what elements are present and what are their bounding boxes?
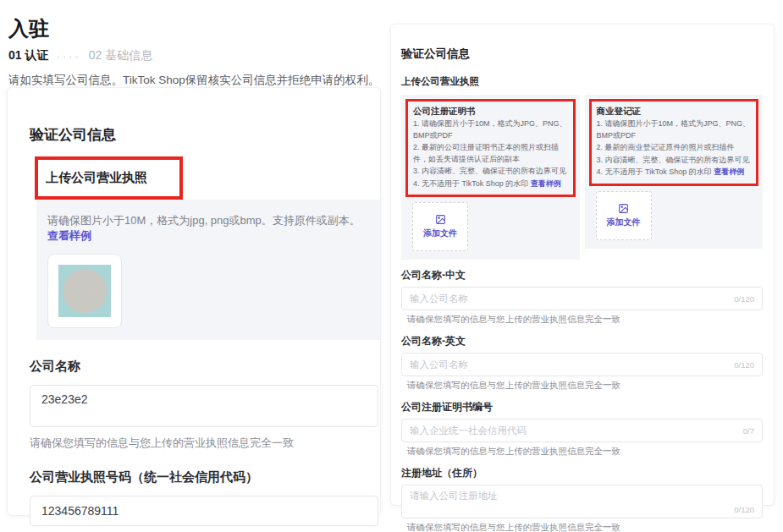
license-image — [58, 265, 111, 317]
company-name-en-input[interactable] — [410, 359, 729, 370]
field-registered-address: 注册地址（住所） 0/120 请确保您填写的信息与您上传的营业执照信息完全一致 — [401, 466, 763, 532]
right-panel: 验证公司信息 上传公司营业执照 公司注册证明书 1. 请确保图片小于10M，格式… — [390, 24, 775, 506]
add-file-label: 添加文件 — [607, 217, 641, 228]
company-name-input[interactable] — [30, 385, 378, 427]
company-name-cn-inputbox: 0/120 — [401, 287, 763, 310]
view-sample-link[interactable]: 查看样例 — [47, 229, 91, 242]
image-icon — [618, 203, 629, 214]
view-sample-link[interactable]: 查看样例 — [531, 179, 561, 188]
field-helper: 请确保您填写的信息与您上传的营业执照信息完全一致 — [407, 380, 763, 392]
cert-number-input[interactable] — [410, 425, 738, 436]
field-label: 公司名称-中文 — [401, 268, 763, 282]
field-company-name-cn: 公司名称-中文 0/120 请确保您填写的信息与您上传的营业执照信息完全一致 — [401, 268, 763, 326]
red-highlight-box: 公司注册证明书 1. 请确保图片小于10M，格式为JPG、PNG、BMP或PDF… — [405, 99, 576, 197]
certificate-columns: 公司注册证明书 1. 请确保图片小于10M，格式为JPG、PNG、BMP或PDF… — [401, 95, 763, 260]
add-file-button-registration[interactable]: 添加文件 — [412, 202, 468, 251]
license-thumbnail[interactable] — [47, 254, 122, 328]
upload-hint: 请确保图片小于10M，格式为jpg, png或bmp。支持原件或副本。 查看样例 — [47, 213, 368, 244]
image-icon — [435, 214, 446, 225]
field-label: 注册地址（住所） — [401, 466, 763, 480]
step-dots: ···· — [56, 50, 80, 63]
field-label: 公司注册证明书编号 — [401, 400, 763, 414]
step-2-basic-info: 02 基础信息 — [89, 48, 152, 63]
company-name-helper: 请确保您填写的信息与您上传的营业执照信息完全一致 — [30, 436, 380, 451]
char-counter: 0/120 — [734, 294, 754, 304]
red-highlight-box: 商业登记证 1. 请确保图片小于10M，格式为JPG、PNG、BMP或PDF 2… — [589, 99, 759, 186]
page-description: 请如实填写公司信息。TikTok Shop保留核实公司信息并拒绝申请的权利。 — [8, 73, 381, 88]
upload-license-label: 上传公司营业执照 — [46, 170, 147, 184]
field-label: 公司名称-英文 — [401, 334, 763, 348]
right-upload-label: 上传公司营业执照 — [401, 75, 763, 88]
page-header: 入驻 01 认证 ···· 02 基础信息 请如实填写公司信息。TikTok S… — [8, 15, 381, 88]
company-name-label: 公司名称 — [30, 359, 380, 375]
left-section-title: 验证公司信息 — [30, 125, 380, 145]
view-sample-link[interactable]: 查看样例 — [714, 167, 744, 176]
cert-title: 公司注册证明书 — [413, 106, 568, 118]
char-counter: 0/120 — [734, 360, 754, 370]
field-helper: 请确保您填写的信息与您上传的营业执照信息完全一致 — [407, 522, 763, 532]
red-highlight-box: 上传公司营业执照 — [35, 156, 183, 200]
step-1-certification: 01 认证 — [8, 48, 48, 63]
upload-section: 请确保图片小于10M，格式为jpg, png或bmp。支持原件或副本。 查看样例 — [36, 200, 380, 340]
right-section-title: 验证公司信息 — [401, 47, 763, 62]
field-helper: 请确保您填写的信息与您上传的营业执照信息完全一致 — [407, 446, 763, 458]
field-cert-number: 公司注册证明书编号 0/7 请确保您填写的信息与您上传的营业执照信息完全一致 — [401, 400, 763, 458]
field-company-name-en: 公司名称-英文 0/120 请确保您填写的信息与您上传的营业执照信息完全一致 — [401, 334, 763, 392]
cert-column-business: 商业登记证 1. 请确保图片小于10M，格式为JPG、PNG、BMP或PDF 2… — [585, 95, 764, 249]
add-file-label: 添加文件 — [423, 228, 457, 239]
add-file-button-business[interactable]: 添加文件 — [596, 191, 652, 240]
cert-number-inputbox: 0/7 — [401, 419, 763, 442]
license-number-input[interactable] — [30, 496, 378, 526]
step-indicator: 01 认证 ···· 02 基础信息 — [8, 48, 381, 63]
left-panel: 验证公司信息 上传公司营业执照 请确保图片小于10M，格式为jpg, png或b… — [7, 87, 381, 516]
registered-address-inputbox: 0/120 — [401, 485, 763, 518]
cert-title: 商业登记证 — [597, 106, 752, 118]
char-counter: 0/120 — [734, 505, 754, 514]
page-title: 入驻 — [8, 15, 381, 42]
license-seal — [63, 269, 107, 313]
cert-column-registration: 公司注册证明书 1. 请确保图片小于10M，格式为JPG、PNG、BMP或PDF… — [401, 95, 580, 260]
company-name-en-inputbox: 0/120 — [401, 353, 763, 376]
license-number-label: 公司营业执照号码（统一社会信用代码） — [30, 469, 380, 485]
registered-address-input[interactable] — [410, 491, 754, 501]
company-name-cn-input[interactable] — [410, 293, 729, 304]
char-counter: 0/7 — [743, 426, 754, 436]
field-helper: 请确保您填写的信息与您上传的营业执照信息完全一致 — [407, 314, 763, 326]
